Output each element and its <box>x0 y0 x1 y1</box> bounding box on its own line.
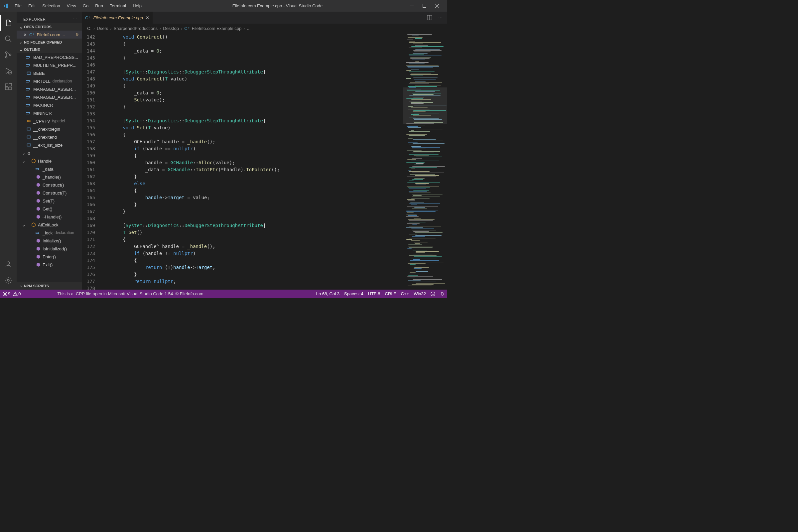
outline-item[interactable]: Exit() <box>17 261 82 269</box>
svg-rect-27 <box>36 168 39 170</box>
cpp-file-icon: C⁺ <box>184 26 190 31</box>
npm-scripts-header[interactable]: › NPM SCRIPTS <box>17 282 82 290</box>
outline-item[interactable]: _data <box>17 165 82 173</box>
accounts-icon[interactable] <box>0 258 17 274</box>
crumb-folder[interactable]: SharpenedProductions <box>114 26 158 31</box>
outline-item[interactable]: __exit_list_size <box>17 141 82 149</box>
outline-item[interactable]: MAXINCR <box>17 101 82 109</box>
settings-gear-icon[interactable] <box>0 274 17 290</box>
menu-go[interactable]: Go <box>79 3 92 8</box>
more-icon[interactable]: ⋯ <box>73 17 77 21</box>
outline-item[interactable]: Get() <box>17 205 82 213</box>
field-symbol-icon <box>26 102 32 108</box>
open-editor-item[interactable]: ✕ C⁺ FileInfo.com ... 9 <box>17 31 82 39</box>
maximize-button[interactable] <box>423 4 429 8</box>
language-mode[interactable]: C++ <box>401 291 409 296</box>
outline-item[interactable]: ⌄Handle <box>17 157 82 165</box>
outline-item[interactable]: _CPVFVtypedef <box>17 117 82 125</box>
crumb-file[interactable]: FileInfo.com Example.cpp <box>192 26 242 31</box>
os[interactable]: Win32 <box>414 291 426 296</box>
open-editors-header[interactable]: ⌄ OPEN EDITORS <box>17 23 82 31</box>
explorer-icon[interactable] <box>0 15 17 31</box>
outline-item[interactable]: _handle() <box>17 173 82 181</box>
var-symbol-icon <box>26 126 32 132</box>
outline-item[interactable]: BEBE <box>17 69 82 77</box>
close-tab-icon[interactable]: ✕ <box>146 15 149 20</box>
cpp-file-icon: C⁺ <box>29 32 35 37</box>
outline-item[interactable]: ⌄{} <box>17 149 82 157</box>
svg-point-12 <box>7 279 9 281</box>
outline-item[interactable]: _lockdeclaration <box>17 229 82 237</box>
method-symbol-icon <box>35 174 41 180</box>
tab-bar: C⁺ FileInfo.com Example.cpp ✕ ⋯ <box>82 12 447 24</box>
svg-rect-26 <box>27 144 31 146</box>
breadcrumb[interactable]: C:› Users› SharpenedProductions› Desktop… <box>82 24 447 33</box>
field-symbol-icon <box>26 78 32 84</box>
tab-active[interactable]: C⁺ FileInfo.com Example.cpp ✕ <box>82 12 153 24</box>
cursor-position[interactable]: Ln 68, Col 3 <box>316 291 340 296</box>
crumb-more[interactable]: ... <box>247 26 251 31</box>
outline-item[interactable]: Set(T) <box>17 197 82 205</box>
outline-item[interactable]: Initialize() <box>17 237 82 245</box>
outline-item[interactable]: ⌄AtExitLock <box>17 221 82 229</box>
no-folder-header[interactable]: › NO FOLDER OPENED <box>17 39 82 46</box>
outline-header[interactable]: ⌄ OUTLINE <box>17 46 82 53</box>
outline-item[interactable]: Construct() <box>17 181 82 189</box>
encoding[interactable]: UTF-8 <box>368 291 380 296</box>
outline-item[interactable]: MULTILINE_PREPR... <box>17 61 82 69</box>
more-actions-icon[interactable]: ⋯ <box>438 15 442 20</box>
open-editor-filename: FileInfo.com ... <box>37 32 65 37</box>
outline-item[interactable]: Construct(T) <box>17 189 82 197</box>
search-icon[interactable] <box>0 31 17 47</box>
outline-item-label: _CPVFV <box>33 119 50 124</box>
outline-item-label: BAD_PREPROCESS... <box>33 55 78 60</box>
run-debug-icon[interactable] <box>0 63 17 79</box>
svg-rect-24 <box>27 128 31 130</box>
outline-item[interactable]: __onexitend <box>17 133 82 141</box>
outline-item[interactable]: __onexitbegin <box>17 125 82 133</box>
warnings-indicator[interactable]: 0 <box>13 291 21 296</box>
source-control-icon[interactable] <box>0 47 17 63</box>
outline-item[interactable]: MININCR <box>17 109 82 117</box>
outline-item[interactable]: MANAGED_ASSER... <box>17 85 82 93</box>
svg-rect-13 <box>26 57 30 58</box>
field-symbol-icon <box>26 62 32 68</box>
outline-item[interactable]: Enter() <box>17 253 82 261</box>
menu-run[interactable]: Run <box>92 3 107 8</box>
crumb-desktop[interactable]: Desktop <box>163 26 179 31</box>
minimap[interactable] <box>403 33 447 290</box>
split-editor-icon[interactable] <box>427 15 432 20</box>
notifications-bell-icon[interactable] <box>440 291 444 296</box>
crumb-users[interactable]: Users <box>97 26 108 31</box>
minimize-button[interactable] <box>410 4 417 8</box>
errors-indicator[interactable]: 9 <box>3 291 10 296</box>
code-content[interactable]: void Construct() { _data = 0; } [System:… <box>100 33 403 290</box>
outline-item[interactable]: MANAGED_ASSER... <box>17 93 82 101</box>
field-symbol-icon <box>26 86 32 92</box>
menu-bar: File Edit Selection View Go Run Terminal… <box>11 3 145 8</box>
extensions-icon[interactable] <box>0 79 17 95</box>
menu-terminal[interactable]: Terminal <box>107 3 129 8</box>
var-symbol-icon <box>26 142 32 148</box>
outline-item[interactable]: BAD_PREPROCESS... <box>17 53 82 61</box>
var-symbol-icon <box>26 134 32 140</box>
field-symbol-icon <box>35 230 41 236</box>
outline-item[interactable]: MRTDLLdeclaration <box>17 77 82 85</box>
menu-view[interactable]: View <box>63 3 79 8</box>
svg-rect-8 <box>5 87 8 90</box>
svg-point-21 <box>27 120 28 122</box>
outline-item[interactable]: IsInitialized() <box>17 245 82 253</box>
menu-edit[interactable]: Edit <box>25 3 39 8</box>
explorer-header: EXPLORER ⋯ <box>17 12 82 23</box>
outline-item[interactable]: ~Handle() <box>17 213 82 221</box>
close-button[interactable] <box>435 4 442 8</box>
menu-selection[interactable]: Selection <box>39 3 63 8</box>
menu-help[interactable]: Help <box>129 3 145 8</box>
crumb-drive[interactable]: C: <box>87 26 92 31</box>
menu-file[interactable]: File <box>11 3 25 8</box>
editor-body[interactable]: 142 143 144 145 146 147 148 149 150 151 … <box>82 33 447 290</box>
eol[interactable]: CRLF <box>385 291 396 296</box>
indentation[interactable]: Spaces: 4 <box>344 291 363 296</box>
feedback-icon[interactable] <box>431 291 435 296</box>
close-editor-icon[interactable]: ✕ <box>23 32 27 37</box>
